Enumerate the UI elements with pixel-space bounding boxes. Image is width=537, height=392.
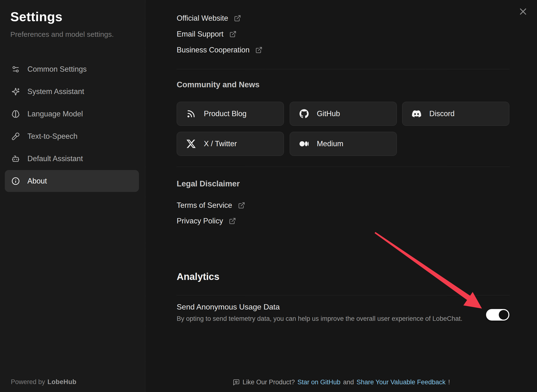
medium-icon <box>300 139 309 148</box>
sidebar-item-label: Default Assistant <box>27 154 83 163</box>
mic-icon <box>12 132 20 140</box>
link-label: Terms of Service <box>177 201 232 210</box>
x-twitter-button[interactable]: X / Twitter <box>177 132 284 156</box>
close-icon[interactable] <box>518 6 528 17</box>
email-support-link[interactable]: Email Support <box>177 30 237 38</box>
button-label: X / Twitter <box>204 139 237 148</box>
powered-by-label: Powered by <box>11 378 45 386</box>
sliders-icon <box>12 65 20 73</box>
link-label: Business Cooperation <box>177 46 250 54</box>
bot-icon <box>12 155 20 163</box>
privacy-policy-link[interactable]: Privacy Policy <box>177 217 236 225</box>
external-link-icon <box>234 15 241 22</box>
official-website-link[interactable]: Official Website <box>177 14 241 23</box>
sidebar-item-default-assistant[interactable]: Default Assistant <box>5 148 139 170</box>
link-label: Official Website <box>177 14 228 23</box>
community-section-title: Community and News <box>177 80 260 89</box>
section-divider <box>177 69 509 69</box>
button-label: Discord <box>429 109 455 118</box>
x-twitter-icon <box>187 139 196 148</box>
external-link-icon <box>229 31 237 38</box>
section-divider <box>177 167 509 167</box>
sidebar-item-system-assistant[interactable]: System Assistant <box>5 81 139 102</box>
page-subtitle: Preferences and model settings. <box>10 30 145 38</box>
business-cooperation-link[interactable]: Business Cooperation <box>177 46 262 54</box>
medium-button[interactable]: Medium <box>290 132 397 156</box>
footer-text: ! <box>448 379 450 386</box>
button-label: Product Blog <box>204 109 247 118</box>
github-icon <box>300 109 309 118</box>
github-button[interactable]: GitHub <box>290 102 397 126</box>
sidebar-item-label: Language Model <box>27 110 83 118</box>
link-label: Privacy Policy <box>177 217 223 225</box>
sparkles-icon <box>12 88 20 96</box>
external-link-icon <box>229 217 236 225</box>
share-feedback-link[interactable]: Share Your Valuable Feedback <box>356 379 445 386</box>
page-title: Settings <box>10 9 145 24</box>
settings-nav: Common Settings System Assistant Languag… <box>5 58 139 192</box>
footer-text: Like Our Product? <box>243 379 295 386</box>
sidebar-item-label: System Assistant <box>27 87 84 96</box>
sidebar: Settings Preferences and model settings.… <box>0 0 145 392</box>
star-on-github-link[interactable]: Star on GitHub <box>298 379 341 386</box>
sidebar-item-common-settings[interactable]: Common Settings <box>5 58 139 80</box>
button-label: GitHub <box>317 109 340 118</box>
about-panel: Contact Us Official Website Email Suppor… <box>146 0 537 392</box>
contact-section-title: Contact Us <box>177 0 227 2</box>
discord-button[interactable]: Discord <box>402 102 509 126</box>
footer-text: and <box>343 379 354 386</box>
terms-of-service-link[interactable]: Terms of Service <box>177 201 245 210</box>
info-icon <box>12 177 20 185</box>
legal-section-title: Legal Disclaimer <box>177 179 240 188</box>
footer-note: Like Our Product? Star on GitHub and Sha… <box>146 379 537 386</box>
brain-icon <box>12 110 20 118</box>
send-usage-data-toggle[interactable] <box>486 309 509 321</box>
external-link-icon <box>238 202 245 209</box>
product-blog-button[interactable]: Product Blog <box>177 102 284 126</box>
sidebar-item-label: About <box>27 177 47 185</box>
button-label: Medium <box>317 139 343 148</box>
sidebar-item-label: Common Settings <box>27 65 87 74</box>
section-divider <box>177 295 509 295</box>
analytics-section-title: Analytics <box>177 271 219 282</box>
send-usage-data-description: By opting to send telemetry data, you ca… <box>177 315 462 322</box>
sidebar-item-language-model[interactable]: Language Model <box>5 103 139 125</box>
settings-window: Settings Preferences and model settings.… <box>0 0 537 392</box>
about-content: Contact Us Official Website Email Suppor… <box>177 0 509 392</box>
lobehub-brand[interactable]: LobeHub <box>48 378 76 386</box>
rss-icon <box>187 109 196 118</box>
feedback-bubble-icon <box>233 379 240 386</box>
discord-icon <box>412 109 421 118</box>
link-label: Email Support <box>177 30 224 38</box>
sidebar-item-text-to-speech[interactable]: Text-to-Speech <box>5 125 139 147</box>
sidebar-item-label: Text-to-Speech <box>27 132 78 141</box>
toggle-knob <box>499 310 508 320</box>
send-usage-data-label: Send Anonymous Usage Data <box>177 303 280 311</box>
powered-by: Powered byLobeHub <box>11 378 76 386</box>
external-link-icon <box>255 46 262 54</box>
sidebar-item-about[interactable]: About <box>5 170 139 192</box>
